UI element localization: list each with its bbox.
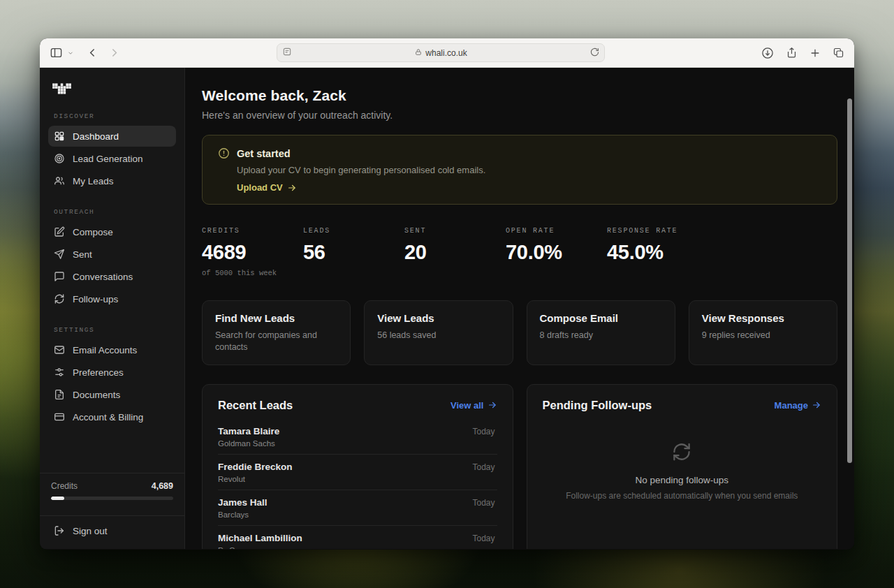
compose-icon: [54, 226, 65, 237]
share-icon[interactable]: [786, 47, 798, 59]
credit-card-icon: [54, 411, 65, 422]
view-leads-card[interactable]: View Leads 56 leads saved: [364, 300, 513, 365]
view-all-label: View all: [450, 400, 483, 411]
credits-label: Credits: [51, 481, 78, 491]
lead-time: Today: [470, 426, 497, 437]
lead-name: Freddie Breckon: [218, 462, 464, 472]
banner-body: Upload your CV to begin generating perso…: [237, 165, 821, 175]
sidebar-item-label: Email Accounts: [73, 345, 137, 355]
sign-out-label: Sign out: [73, 526, 108, 536]
lead-name: Michael Lambillion: [218, 533, 464, 543]
back-icon[interactable]: [87, 47, 98, 59]
target-icon: [54, 153, 65, 164]
card-subtitle: 56 leads saved: [377, 330, 499, 341]
sidebar-item-label: Sent: [73, 249, 92, 260]
sidebar-item-label: Compose: [73, 227, 113, 237]
forward-icon[interactable]: [108, 47, 120, 59]
page-subtitle: Here's an overview of your outreach acti…: [202, 110, 837, 121]
refresh-icon: [54, 293, 65, 304]
sidebar-item-account-billing[interactable]: Account & Billing: [48, 406, 176, 427]
sidebar-item-follow-ups[interactable]: Follow-ups: [48, 288, 176, 309]
find-new-leads-card[interactable]: Find New Leads Search for companies and …: [202, 300, 351, 365]
stat-label: CREDITS: [202, 227, 303, 235]
compose-email-card[interactable]: Compose Email 8 drafts ready: [527, 300, 675, 365]
credits-progress-fill: [51, 497, 64, 500]
sign-out-button[interactable]: Sign out: [48, 516, 176, 539]
view-responses-card[interactable]: View Responses 9 replies received: [689, 300, 837, 365]
lead-company: PwC: [218, 546, 464, 549]
credits-progress-bar: [51, 497, 173, 500]
lead-time: Today: [470, 462, 497, 473]
section-label-outreach: OUTREACH: [48, 208, 176, 216]
card-title: View Leads: [377, 312, 499, 324]
sidebar-item-dashboard[interactable]: Dashboard: [48, 126, 176, 147]
sidebar-toggle-icon[interactable]: [50, 46, 63, 59]
browser-window: whali.co.uk: [40, 38, 854, 550]
sidebar-item-label: My Leads: [73, 176, 114, 186]
get-started-banner: Get started Upload your CV to begin gene…: [202, 135, 837, 205]
lead-row[interactable]: Freddie Breckon Revolut Today: [218, 454, 497, 490]
stat-label: SENT: [404, 227, 506, 235]
scrollbar-thumb[interactable]: [847, 98, 852, 463]
stat-label: OPEN RATE: [506, 227, 607, 235]
new-tab-icon[interactable]: [809, 47, 821, 59]
stat-value: 45.0%: [607, 241, 708, 264]
sidebar-item-email-accounts[interactable]: Email Accounts: [48, 339, 176, 360]
banner-title: Get started: [237, 148, 291, 159]
tab-overview-icon[interactable]: [833, 47, 844, 59]
sidebar-item-label: Account & Billing: [73, 412, 143, 422]
chevron-down-icon[interactable]: [67, 50, 74, 57]
stats-row: CREDITS 4689 of 5000 this week LEADS 56 …: [202, 227, 837, 277]
url-text: whali.co.uk: [425, 48, 467, 58]
stat-label: LEADS: [303, 227, 404, 235]
sidebar-item-lead-generation[interactable]: Lead Generation: [48, 148, 176, 169]
upload-cv-link[interactable]: Upload CV: [237, 182, 821, 193]
stat-value: 70.0%: [506, 241, 607, 264]
sidebar-item-sent[interactable]: Sent: [48, 244, 176, 265]
lead-name: Tamara Blaire: [218, 426, 464, 436]
lead-row[interactable]: James Hall Barclays Today: [218, 490, 497, 525]
sidebar-item-conversations[interactable]: Conversations: [48, 266, 176, 287]
page-title: Welcome back, Zack: [202, 87, 837, 104]
sign-out-icon: [54, 525, 65, 536]
manage-link[interactable]: Manage: [775, 400, 821, 411]
sidebar: DISCOVER Dashboard Lead Generation My Le…: [40, 68, 185, 549]
view-all-link[interactable]: View all: [450, 400, 497, 411]
lead-row[interactable]: Tamara Blaire Goldman Sachs Today: [218, 419, 497, 454]
sidebar-item-label: Lead Generation: [73, 154, 143, 164]
lead-row[interactable]: Michael Lambillion PwC Today: [218, 525, 497, 549]
users-icon: [54, 175, 65, 186]
action-cards-row: Find New Leads Search for companies and …: [202, 300, 837, 365]
chat-icon: [54, 271, 65, 282]
refresh-icon: [671, 441, 692, 465]
recent-leads-card: Recent Leads View all Tamara Blaire Gold…: [202, 384, 513, 549]
arrow-right-icon: [488, 400, 497, 410]
address-bar[interactable]: whali.co.uk: [277, 43, 605, 62]
sidebar-item-my-leads[interactable]: My Leads: [48, 170, 176, 191]
credits-value: 4,689: [152, 481, 173, 491]
sidebar-item-label: Conversations: [73, 272, 133, 282]
stat-open-rate: OPEN RATE 70.0%: [506, 227, 607, 277]
mail-icon: [54, 344, 65, 355]
stat-credits: CREDITS 4689 of 5000 this week: [202, 227, 303, 277]
credits-meter: Credits 4,689: [48, 473, 176, 508]
sidebar-item-preferences[interactable]: Preferences: [48, 362, 176, 383]
section-label-settings: SETTINGS: [48, 326, 176, 334]
sidebar-item-documents[interactable]: Documents: [48, 384, 176, 405]
sidebar-item-compose[interactable]: Compose: [48, 221, 176, 242]
manage-label: Manage: [775, 400, 808, 411]
dashboard-icon: [54, 131, 65, 142]
recent-leads-title: Recent Leads: [218, 399, 293, 412]
browser-toolbar: whali.co.uk: [40, 38, 854, 68]
pending-followups-card: Pending Follow-ups Manage No pending fol…: [527, 384, 838, 549]
lead-company: Barclays: [218, 510, 464, 519]
downloads-icon[interactable]: [761, 47, 774, 59]
followups-empty-state: No pending follow-ups Follow-ups are sch…: [543, 441, 822, 501]
sidebar-item-label: Preferences: [73, 367, 124, 378]
alert-circle-icon: [218, 147, 230, 159]
page-settings-icon[interactable]: [282, 47, 292, 59]
logo: [48, 80, 176, 97]
stat-value: 4689: [202, 241, 303, 264]
stat-sent: SENT 20: [404, 227, 506, 277]
reload-icon[interactable]: [590, 47, 599, 59]
